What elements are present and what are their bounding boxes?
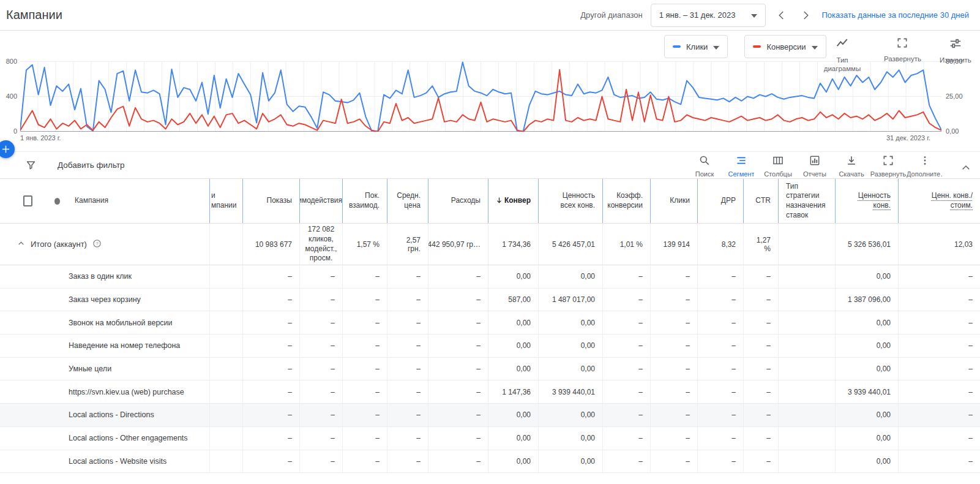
cell-status xyxy=(40,335,67,357)
column-header-clipped[interactable]: и мпании xyxy=(210,179,243,223)
chevron-down-icon xyxy=(713,42,719,51)
cell-clicks: – xyxy=(651,358,698,380)
cell-conv_value: 0,00 xyxy=(539,450,603,473)
table-row-5: https://svn.kiev.ua (web) purchase–––––1… xyxy=(0,380,980,404)
cell-interaction_rate: – xyxy=(343,311,387,334)
column-header-ctr[interactable]: CTR xyxy=(744,179,779,223)
column-header-value_conv[interactable]: Ценность конв. xyxy=(836,179,899,223)
cell-name: https://svn.kiev.ua (web) purchase xyxy=(67,380,210,403)
toolbar-button-label: Скачать xyxy=(839,170,864,178)
page-title: Кампании xyxy=(6,8,62,22)
chart-tool-expand-icon[interactable]: Развернуть xyxy=(884,37,921,63)
cell-impressions: – xyxy=(243,265,300,288)
cell-conv_rate: – xyxy=(603,265,651,288)
cell-value_conv: 0,00 xyxy=(836,265,899,288)
cell-value_per_cost: – xyxy=(899,450,980,473)
cell-name: Наведение на номер телефона xyxy=(67,335,210,357)
chevron-right-icon[interactable] xyxy=(798,7,814,23)
cell-name: Заказ через корзину xyxy=(67,289,210,311)
cell-impressions: – xyxy=(243,427,300,450)
column-header-bid_strategy[interactable]: Тип стратегии назначения ставок xyxy=(779,179,836,223)
reports-icon xyxy=(809,154,821,169)
cell-bid_strategy xyxy=(779,380,836,403)
cell-cost: – xyxy=(428,380,488,403)
add-filter-button[interactable]: Добавить фильтр xyxy=(58,161,125,170)
metric-selector-Конверсии[interactable]: Конверсии xyxy=(744,35,826,58)
cell-conversions: 0,00 xyxy=(488,404,539,426)
sort-descending-icon xyxy=(496,197,503,206)
cell-interactions: – xyxy=(300,358,343,380)
total-cell-bid_strategy xyxy=(779,224,836,265)
tune-icon xyxy=(949,37,962,53)
cell-cost: – xyxy=(428,358,488,380)
column-header-clicks[interactable]: Клики xyxy=(651,179,698,223)
column-header-interactions[interactable]: Взаимодействия xyxy=(300,179,343,223)
toolbar-button-download-icon[interactable]: Скачать xyxy=(833,153,870,178)
total-cell-cost: 442 950,97 гр… xyxy=(428,224,488,265)
cell-conv_rate: – xyxy=(603,404,651,426)
column-label: Кампания xyxy=(75,196,108,206)
chevron-down-icon xyxy=(812,42,818,51)
column-header-avg_cost[interactable]: Средн. цена xyxy=(387,179,428,223)
chart-tool-tune-icon[interactable]: Изменить xyxy=(940,37,971,64)
column-label: CTR xyxy=(755,196,771,206)
column-header-conversions[interactable]: Конвер xyxy=(488,179,539,223)
cell-interaction_rate: – xyxy=(343,289,387,311)
cell-ctr: – xyxy=(744,358,779,380)
column-header-conv_value[interactable]: Ценность всех конв. xyxy=(539,179,603,223)
cell-value_conv: 0,00 xyxy=(836,427,899,450)
table-row-6: Local actions - Directions–––––0,000,00–… xyxy=(0,404,980,427)
toolbar-button-more-vert-icon[interactable]: Дополните… xyxy=(907,153,943,178)
column-label: Клики xyxy=(670,196,690,206)
column-header-value_per_cost[interactable]: Ценн. конв./ стоим. xyxy=(899,179,980,223)
show-last-30-days-link[interactable]: Показать данные за последние 30 дней xyxy=(821,10,969,20)
cell-status xyxy=(40,404,67,426)
toolbar-button-reports-icon[interactable]: Отчеты xyxy=(796,153,833,178)
column-header-name[interactable]: Кампания xyxy=(67,179,210,223)
x-axis-start-label: 1 янв. 2023 г. xyxy=(20,134,61,142)
column-header-drr[interactable]: ДРР xyxy=(698,179,744,223)
cell-conv_rate: – xyxy=(603,335,651,357)
toolbar-button-segment-icon[interactable]: Сегмент xyxy=(723,153,760,178)
column-header-select[interactable] xyxy=(0,179,40,223)
help-icon[interactable]: ? xyxy=(92,239,102,250)
column-header-cost[interactable]: Расходы xyxy=(428,179,488,223)
total-cell-conversions: 1 734,36 xyxy=(488,224,539,265)
cell-value_per_cost: – xyxy=(899,311,980,334)
cell-clicks: – xyxy=(651,265,698,288)
cell-value_per_cost: – xyxy=(899,380,980,403)
svg-text:?: ? xyxy=(95,241,98,246)
collapse-row-icon[interactable] xyxy=(17,240,25,249)
column-header-interaction_rate[interactable]: Пок. взаимод. xyxy=(343,179,387,223)
cell-interactions: – xyxy=(300,265,343,288)
columns-icon xyxy=(772,154,784,169)
cell-status xyxy=(40,358,67,380)
toolbar-button-columns-icon[interactable]: Столбцы xyxy=(760,153,796,178)
date-range-selector[interactable]: 1 янв. – 31 дек. 2023 xyxy=(651,4,766,27)
cell-status xyxy=(40,265,67,288)
cell-avg_cost: – xyxy=(387,311,428,334)
column-label: Ценность всех конв. xyxy=(546,191,595,210)
column-header-conv_rate[interactable]: Коэфф. конверсии xyxy=(603,179,651,223)
toolbar-button-label: Столбцы xyxy=(764,170,792,178)
column-header-impressions[interactable]: Показы xyxy=(243,179,300,223)
time-series-chart[interactable] xyxy=(20,61,941,132)
cell-drr: – xyxy=(698,289,744,311)
cell-conversions: 0,00 xyxy=(488,427,539,450)
cell-clipped xyxy=(210,311,243,334)
toolbar-button-search-icon[interactable]: Поиск xyxy=(686,153,723,178)
collapse-panel-button[interactable] xyxy=(952,157,980,173)
chevron-left-icon[interactable] xyxy=(774,7,790,23)
column-label: Ценность конв. xyxy=(858,191,891,210)
metric-selector-Клики[interactable]: Клики xyxy=(664,35,728,58)
filter-icon xyxy=(25,159,37,171)
right-axis-tick: 25,00 xyxy=(946,93,970,100)
cell-value_per_cost: – xyxy=(899,404,980,426)
column-label: и мпании xyxy=(211,191,236,210)
column-label: Ценн. конв./ стоим. xyxy=(932,191,973,210)
search-icon xyxy=(698,154,711,169)
select-all-checkbox[interactable] xyxy=(23,195,32,206)
toolbar-button-expand-icon[interactable]: Развернуть xyxy=(870,153,907,178)
cell-bid_strategy xyxy=(779,335,836,357)
cell-drr: – xyxy=(698,404,744,426)
